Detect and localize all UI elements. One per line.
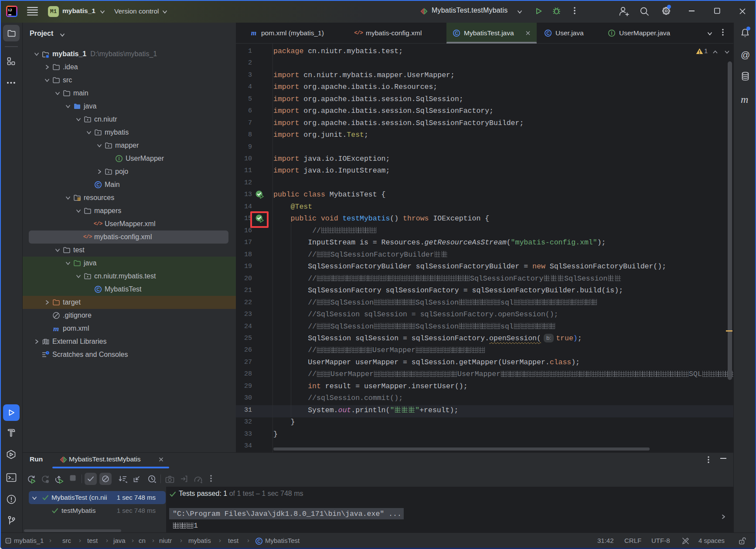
svg-text:C: C [257,539,261,544]
svg-text:C: C [455,30,458,36]
svg-text:C: C [96,182,100,187]
svg-text:C: C [546,30,550,36]
svg-text:I: I [611,30,613,36]
svg-text:C: C [96,287,100,292]
svg-text:I: I [118,156,119,161]
